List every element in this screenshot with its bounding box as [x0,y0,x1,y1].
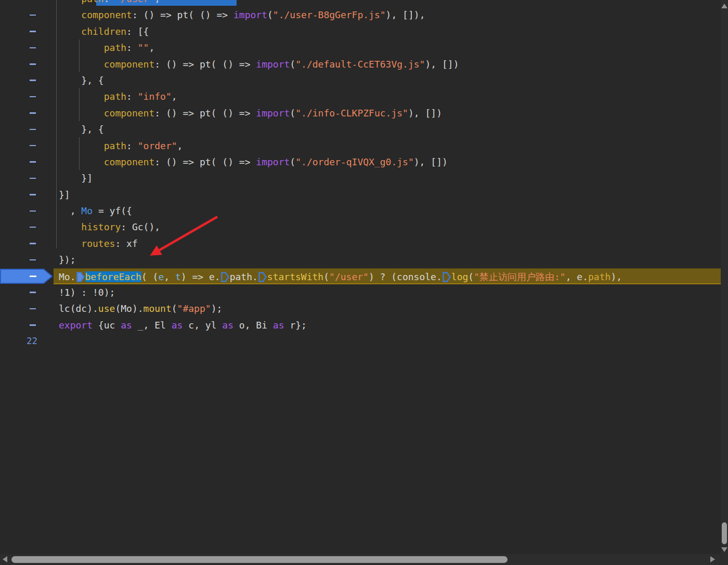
scroll-right-arrow-icon[interactable] [710,556,715,562]
code-token: Mo [81,205,93,216]
code-token: ( [290,59,295,70]
gutter-cell[interactable] [0,268,54,284]
code-text[interactable]: }] [54,170,721,186]
execution-pointer-icon[interactable] [0,268,54,284]
code-token: r}; [284,320,307,331]
code-token: }] [59,189,70,200]
gutter-cell[interactable] [0,187,54,203]
code-line[interactable]: !1) : !0); [0,284,721,300]
code-text[interactable]: children: [{ [54,23,721,40]
code-text[interactable]: routes: xf [54,235,721,252]
code-text[interactable]: , Mo = yf({ [54,203,721,219]
code-line[interactable]: component: () => pt( () => import("./ord… [0,154,721,170]
gutter-cell[interactable] [0,56,54,72]
code-text[interactable]: }); [54,252,721,268]
gutter-cell[interactable]: 22 [0,333,54,349]
horizontal-scrollbar[interactable] [0,554,728,565]
code-text[interactable]: !1) : !0); [54,284,721,300]
code-token: "" [138,42,149,53]
code-text[interactable]: }, { [54,121,721,137]
gutter-cell[interactable] [0,23,54,40]
gutter-cell[interactable] [0,7,54,23]
code-area[interactable]: path: "/user", component: () => pt( () =… [0,0,721,554]
code-line[interactable]: lc(dc).use(Mo).mount("#app"); [0,300,721,317]
code-line[interactable]: export {uc as _, El as c, yl as o, Bi as… [0,317,721,333]
gutter-cell[interactable] [0,121,54,137]
code-token: ( ( [141,271,159,282]
code-line[interactable]: component: () => pt( () => import("./def… [0,56,721,72]
code-text[interactable]: lc(dc).use(Mo).mount("#app"); [54,300,721,317]
code-text[interactable]: component: () => pt( () => import("./ord… [54,154,721,170]
gutter-cell[interactable] [0,235,54,252]
code-text[interactable]: export {uc as _, El as c, yl as o, Bi as… [54,317,721,333]
code-token: }, { [59,75,104,86]
code-text[interactable]: path: "", [54,40,721,56]
code-token: }, { [59,124,104,135]
code-text[interactable]: }] [54,187,721,203]
code-line[interactable]: path: "", [0,40,721,56]
gutter-cell[interactable] [0,203,54,219]
code-text[interactable] [54,333,721,349]
code-line[interactable]: }] [0,187,721,203]
code-line[interactable]: 22 [0,333,721,349]
code-token [59,221,81,232]
inline-breakpoint-icon[interactable] [258,272,267,282]
code-token: }] [59,173,93,183]
scroll-left-arrow-icon[interactable] [3,556,7,562]
code-line-highlighted[interactable]: Mo.beforeEach( (e, t) => e.path.startsWi… [0,268,721,284]
code-text[interactable]: }, { [54,72,721,88]
code-token: ( [172,303,177,314]
code-line[interactable]: }, { [0,72,721,88]
gutter-cell[interactable] [0,138,54,154]
gutter-cell[interactable] [0,0,54,7]
code-token: ), [610,271,622,282]
scroll-up-arrow-icon[interactable] [721,4,727,8]
code-text[interactable]: component: () => pt( () => import("./def… [54,56,721,72]
gutter-cell[interactable] [0,154,54,170]
code-line[interactable]: component: () => pt( () => import("./use… [0,7,721,23]
code-token: ), []) [408,108,442,119]
code-text[interactable]: Mo.beforeEach( (e, t) => e.path.startsWi… [54,268,721,284]
code-line[interactable]: children: [{ [0,23,721,40]
gutter-cell[interactable] [0,40,54,56]
code-line[interactable]: , Mo = yf({ [0,203,721,219]
collapsed-line-marker [30,112,36,114]
code-token: "./user-B8gGerFp.js" [273,9,386,20]
gutter-cell[interactable] [0,284,54,300]
code-text[interactable]: component: () => pt( () => import("./inf… [54,105,721,121]
gutter-cell[interactable] [0,300,54,317]
gutter-cell[interactable] [0,170,54,186]
inline-breakpoint-icon[interactable] [76,272,85,282]
code-line[interactable]: component: () => pt( () => import("./inf… [0,105,721,121]
code-text[interactable]: path: "/user", [54,0,721,7]
code-text[interactable]: path: "order", [54,138,721,154]
horizontal-scrollbar-thumb[interactable] [11,556,508,563]
gutter-cell[interactable] [0,219,54,235]
code-text[interactable]: history: Gc(), [54,219,721,235]
code-text[interactable]: component: () => pt( () => import("./use… [54,7,721,23]
code-line[interactable]: history: Gc(), [0,219,721,235]
gutter-cell[interactable] [0,252,54,268]
code-token: : [104,0,115,4]
code-line[interactable]: routes: xf [0,235,721,252]
code-line[interactable]: }); [0,252,721,268]
code-line[interactable]: path: "order", [0,138,721,154]
gutter-cell[interactable] [0,317,54,333]
code-token: : Gc(), [121,221,160,232]
code-line[interactable]: }] [0,170,721,186]
gutter-cell[interactable] [0,88,54,104]
code-token: , [177,140,183,151]
inline-breakpoint-icon[interactable] [443,272,451,282]
gutter-cell[interactable] [0,72,54,88]
code-line[interactable]: path: "/user", [0,0,721,7]
scroll-down-arrow-icon[interactable] [721,547,727,552]
code-line[interactable]: }, { [0,121,721,137]
code-token: use [98,303,115,314]
code-token [59,42,104,53]
code-text[interactable]: path: "info", [54,88,721,104]
inline-breakpoint-icon[interactable] [221,272,229,282]
vertical-scrollbar-thumb[interactable] [722,522,727,544]
vertical-scrollbar[interactable] [721,0,728,565]
gutter-cell[interactable] [0,105,54,121]
code-line[interactable]: path: "info", [0,88,721,104]
